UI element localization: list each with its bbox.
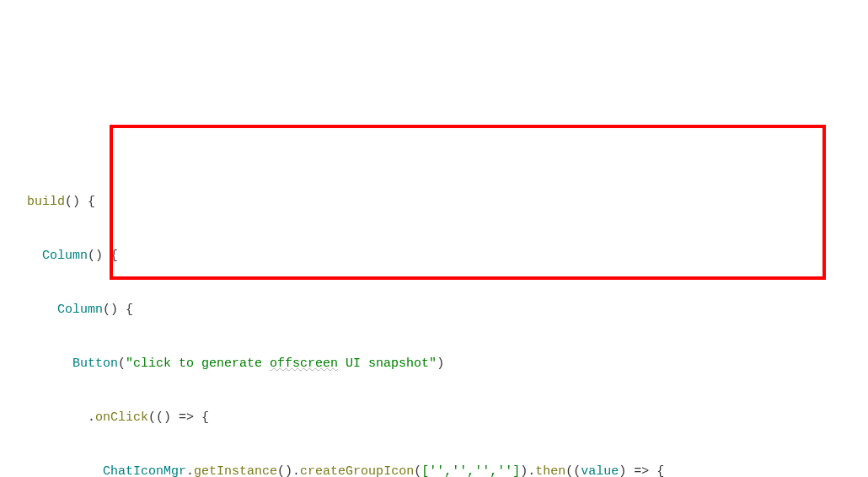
code-editor[interactable]: build() { Column() { Column() { Button("… — [0, 162, 868, 477]
code-line: Column() { — [27, 243, 868, 270]
code-line: build() { — [27, 189, 868, 216]
code-line: Button("click to generate offscreen UI s… — [27, 351, 868, 378]
code-line: .onClick(() => { — [27, 405, 868, 431]
code-line: ChatIconMgr.getInstance().createGroupIco… — [27, 458, 868, 477]
code-line: Column() { — [27, 297, 868, 324]
